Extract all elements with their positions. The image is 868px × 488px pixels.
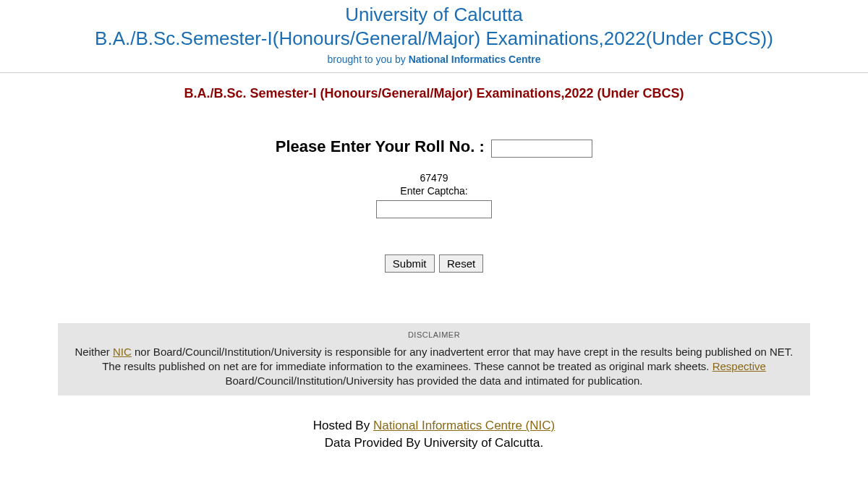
roll-number-label: Please Enter Your Roll No. : — [276, 137, 485, 155]
data-provided-line: Data Provided By University of Calcutta. — [0, 435, 868, 452]
page-footer: Hosted By National Informatics Centre (N… — [0, 417, 868, 452]
exam-subtitle: B.A./B.Sc.Semester-I(Honours/General/Maj… — [0, 27, 868, 50]
brought-by-prefix: brought to you by — [328, 53, 409, 65]
captcha-label: Enter Captcha: — [0, 185, 868, 197]
disclaimer-prefix: Neither — [75, 346, 113, 358]
disclaimer-title: DISCLAIMER — [67, 330, 801, 339]
submit-button[interactable]: Submit — [385, 254, 435, 273]
form-area: Please Enter Your Roll No. : 67479 Enter… — [0, 137, 868, 218]
nic-link[interactable]: NIC — [113, 346, 132, 358]
header-divider — [0, 72, 868, 73]
roll-number-input[interactable] — [491, 140, 592, 158]
disclaimer-mid: nor Board/Council/Institution/University… — [102, 346, 793, 372]
brought-by-line: brought to you by National Informatics C… — [0, 53, 868, 65]
disclaimer-box: DISCLAIMER Neither NIC nor Board/Council… — [58, 323, 810, 396]
page-header: University of Calcutta B.A./B.Sc.Semeste… — [0, 0, 868, 65]
hosted-by-line: Hosted By National Informatics Centre (N… — [0, 417, 868, 435]
button-row: Submit Reset — [0, 254, 868, 273]
brought-by-org: National Informatics Centre — [409, 53, 541, 65]
hosted-prefix: Hosted By — [313, 419, 373, 432]
captcha-input[interactable] — [376, 200, 492, 218]
university-title: University of Calcutta — [0, 4, 868, 26]
disclaimer-end: Board/Council/Institution/University has… — [226, 374, 643, 387]
captcha-code: 67479 — [0, 172, 868, 184]
reset-button[interactable]: Reset — [439, 254, 483, 273]
disclaimer-text: Neither NIC nor Board/Council/Institutio… — [67, 345, 801, 389]
hosted-link[interactable]: National Informatics Centre (NIC) — [373, 419, 555, 432]
exam-heading: B.A./B.Sc. Semester-I (Honours/General/M… — [0, 86, 868, 101]
respective-link[interactable]: Respective — [712, 360, 766, 372]
